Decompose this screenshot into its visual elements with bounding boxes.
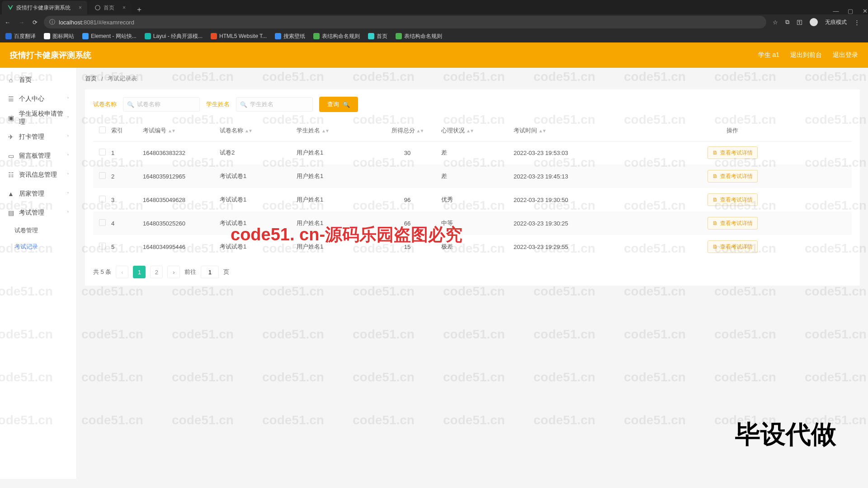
bookmark-item[interactable]: 图标网站 [44, 33, 74, 40]
sidebar-item-exam[interactable]: ▤考试管理˅ [0, 203, 76, 222]
current-user[interactable]: 学生 a1 [758, 51, 779, 59]
pager-page-2[interactable]: 2 [150, 266, 163, 278]
reload-icon[interactable]: ⟳ [33, 19, 38, 26]
bookmark-label: Layui - 经典开源模... [153, 33, 203, 40]
cell-index: 4 [111, 211, 143, 235]
view-detail-button[interactable]: 🗎查看考试详情 [708, 217, 758, 230]
cell-psych: 中等 [441, 211, 514, 235]
site-info-icon[interactable]: ⓘ [49, 18, 55, 26]
col-time[interactable]: 考试时间▲▼ [514, 120, 613, 141]
tab-strip: 疫情打卡健康评测系统 × 首页 × ＋ — ▢ ✕ [0, 0, 868, 14]
bookmark-item[interactable]: 首页 [368, 33, 387, 40]
student-name-input[interactable]: 🔍 学生姓名 [236, 97, 313, 112]
minimize-icon[interactable]: — [833, 8, 839, 14]
sidebar-item-message[interactable]: ▭留言板管理˅ [0, 146, 76, 165]
row-checkbox[interactable] [99, 196, 106, 202]
maximize-icon[interactable]: ▢ [847, 8, 854, 14]
sidebar-item-label: 个人中心 [19, 95, 67, 103]
row-checkbox[interactable] [99, 243, 106, 249]
chevron-down-icon: ˅ [67, 135, 69, 140]
forward-icon[interactable]: → [19, 19, 24, 26]
col-examno[interactable]: 考试编号▲▼ [143, 120, 220, 141]
col-psych[interactable]: 心理状况▲▼ [441, 120, 514, 141]
bookmark-item[interactable]: 百度翻译 [5, 33, 36, 40]
sort-icon: ▲▼ [416, 128, 424, 133]
sidebar-item-return-apply[interactable]: ▣学生返校申请管理˅ [0, 108, 76, 127]
list-icon: ▤ [7, 209, 14, 216]
cell-index: 1 [111, 141, 143, 164]
sidebar-item-label: 打卡管理 [19, 133, 67, 141]
sidebar-item-checkin[interactable]: ✈打卡管理˅ [0, 127, 76, 146]
sort-icon: ▲▼ [466, 128, 473, 133]
cell-time: 2022-03-23 19:30:50 [514, 188, 613, 211]
browser-tab-active[interactable]: 疫情打卡健康评测系统 × [2, 1, 87, 14]
row-checkbox[interactable] [99, 172, 106, 179]
url-field[interactable]: ⓘ localhost:8081/#/examrecord [44, 16, 766, 28]
bookmark-item[interactable]: HTML5 Website T... [211, 33, 267, 39]
sidebar-item-news[interactable]: ☷资讯信息管理˅ [0, 165, 76, 184]
close-window-icon[interactable]: ✕ [862, 8, 868, 14]
table-row: 51648034995446考试试卷1用户姓名115极差2022-03-23 1… [93, 235, 852, 258]
pager-goto-input[interactable] [201, 266, 219, 278]
sidebar-item-label: 首页 [19, 76, 69, 84]
cell-time: 2022-03-23 19:29:55 [514, 235, 613, 258]
star-icon[interactable]: ☆ [773, 19, 778, 26]
col-paper[interactable]: 试卷名称▲▼ [220, 120, 297, 141]
exit-front-button[interactable]: 退出到前台 [790, 51, 822, 59]
sidebar-item-home-stay[interactable]: ▲居家管理˅ [0, 184, 76, 203]
pager-page-1[interactable]: 1 [133, 266, 146, 278]
sidebar-item-home[interactable]: ⌂首页 [0, 70, 76, 89]
cell-paper: 考试试卷1 [220, 164, 297, 188]
search-icon: 🔍 [240, 101, 247, 108]
header-right: 学生 a1 退出到前台 退出登录 [758, 51, 858, 59]
row-checkbox[interactable] [99, 149, 106, 155]
cell-paper: 试卷2 [220, 141, 297, 164]
checkbox-all[interactable] [99, 127, 106, 133]
app-body: ⌂首页 ☰个人中心˅ ▣学生返校申请管理˅ ✈打卡管理˅ ▭留言板管理˅ ☷资讯… [0, 68, 868, 479]
view-detail-button[interactable]: 🗎查看考试详情 [708, 170, 758, 183]
view-detail-button[interactable]: 🗎查看考试详情 [708, 240, 758, 253]
bookmark-item[interactable]: Element - 网站快... [82, 33, 137, 40]
bookmark-favicon-icon [396, 33, 402, 39]
bookmark-label: Element - 网站快... [91, 33, 137, 40]
cell-psych: 极差 [441, 235, 514, 258]
cell-score: 30 [373, 141, 441, 164]
chevron-down-icon: ˅ [67, 211, 69, 216]
breadcrumb-home[interactable]: 首页 [85, 75, 97, 83]
new-tab-button[interactable]: ＋ [133, 5, 146, 14]
list-icon[interactable]: ⧉ [785, 19, 789, 26]
col-index[interactable]: 索引 [111, 120, 143, 141]
close-icon[interactable]: × [79, 5, 82, 11]
bookmark-item[interactable]: 表结构命名规则 [396, 33, 442, 40]
bookmark-favicon-icon [313, 33, 320, 39]
pager-next[interactable]: › [167, 266, 180, 278]
key-icon[interactable]: ⚿ [797, 19, 802, 26]
cell-psych: 优秀 [441, 188, 514, 211]
browser-tab-inactive[interactable]: 首页 × [89, 1, 131, 14]
search-button[interactable]: 查询 🔍 [319, 97, 358, 112]
bookmark-item[interactable]: 搜索壁纸 [275, 33, 305, 40]
doc-icon: 🗎 [712, 197, 718, 203]
logout-button[interactable]: 退出登录 [833, 51, 858, 59]
sidebar-sub-paper[interactable]: 试卷管理 [0, 222, 76, 239]
close-icon[interactable]: × [123, 5, 126, 11]
pager-prev[interactable]: ‹ [116, 266, 128, 278]
cell-index: 5 [111, 235, 143, 258]
incognito-avatar-icon[interactable] [810, 18, 818, 26]
app-logo: 疫情打卡健康评测系统 [10, 50, 91, 61]
menu-icon[interactable]: ⋮ [854, 19, 860, 26]
bookmarks-bar: 百度翻译 图标网站 Element - 网站快... Layui - 经典开源模… [0, 30, 868, 42]
bookmark-item[interactable]: Layui - 经典开源模... [145, 33, 203, 40]
grid-icon: ☷ [7, 171, 14, 178]
view-detail-button[interactable]: 🗎查看考试详情 [708, 146, 758, 159]
nav-icons: ← → ⟳ [5, 19, 38, 26]
paper-name-input[interactable]: 🔍 试卷名称 [123, 97, 200, 112]
col-score[interactable]: 所得总分▲▼ [373, 120, 441, 141]
row-checkbox[interactable] [99, 219, 106, 226]
sidebar-item-profile[interactable]: ☰个人中心˅ [0, 89, 76, 108]
bookmark-item[interactable]: 表结构命名规则 [313, 33, 360, 40]
sidebar-sub-record[interactable]: 考试记录 [0, 239, 76, 255]
col-student[interactable]: 学生姓名▲▼ [297, 120, 373, 141]
view-detail-button[interactable]: 🗎查看考试详情 [708, 193, 758, 206]
back-icon[interactable]: ← [5, 19, 10, 26]
